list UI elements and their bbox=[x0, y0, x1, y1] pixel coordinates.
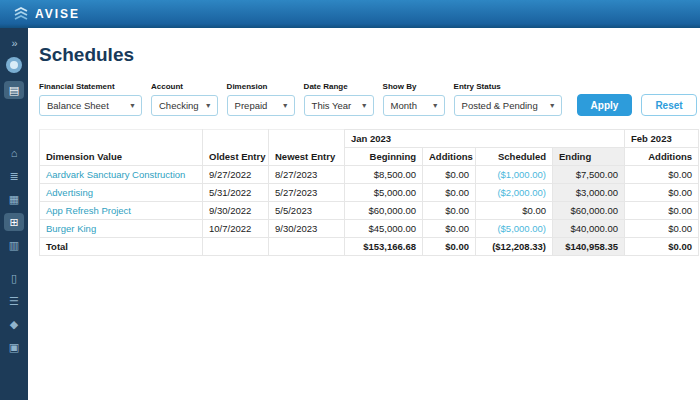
table-row: App Refresh Project 9/30/2022 5/5/2023 $… bbox=[40, 202, 699, 220]
filter-entry-status: Entry Status Posted & Pending ▼ bbox=[454, 82, 562, 116]
sidebar-item-phone[interactable]: ▯ bbox=[4, 269, 24, 287]
beginning-cell: $8,500.00 bbox=[345, 166, 423, 184]
receipt-icon: ☰ bbox=[9, 296, 19, 307]
total-row: Total $153,166.68 $0.00 ($12,208.33) $14… bbox=[40, 238, 699, 256]
sidebar-item-briefcase[interactable]: ▣ bbox=[4, 338, 24, 356]
sidebar-item-schedules[interactable]: ⊞ bbox=[4, 213, 24, 231]
brand-logo[interactable]: AVISE bbox=[13, 7, 80, 21]
dimension-link[interactable]: Burger King bbox=[40, 220, 203, 238]
filter-label: Account bbox=[151, 82, 218, 91]
reset-button[interactable]: Reset bbox=[641, 94, 696, 116]
filter-financial-statement: Financial Statement Balance Sheet ▼ bbox=[39, 82, 142, 116]
financial-statement-select[interactable]: Balance Sheet ▼ bbox=[39, 95, 142, 116]
filter-dimension: Dimension Prepaid ▼ bbox=[227, 82, 295, 116]
reports-icon: ▥ bbox=[9, 240, 19, 251]
selected-value: Checking bbox=[159, 100, 199, 111]
chevron-down-icon: ▼ bbox=[205, 102, 212, 109]
selected-value: Prepaid bbox=[235, 100, 268, 111]
show-by-select[interactable]: Month ▼ bbox=[383, 95, 445, 116]
feb-additions-cell: $0.00 bbox=[625, 166, 699, 184]
apply-button[interactable]: Apply bbox=[577, 94, 633, 116]
sidebar-expand-icon[interactable]: » bbox=[4, 34, 24, 52]
newest-entry-cell: 5/5/2023 bbox=[269, 202, 345, 220]
entry-status-select[interactable]: Posted & Pending ▼ bbox=[454, 95, 562, 116]
sidebar-item-documents[interactable]: ▤ bbox=[4, 81, 24, 99]
newest-entry-cell: 9/30/2023 bbox=[269, 220, 345, 238]
total-beginning-cell: $153,166.68 bbox=[345, 238, 423, 256]
schedules-table-wrap: Dimension Value Oldest Entry Newest Entr… bbox=[39, 129, 700, 256]
lock-icon: ◆ bbox=[10, 319, 18, 330]
oldest-entry-cell: 9/27/2022 bbox=[203, 166, 269, 184]
dimension-link[interactable]: App Refresh Project bbox=[40, 202, 203, 220]
filter-date-range: Date Range This Year ▼ bbox=[304, 82, 374, 116]
beginning-cell: $60,000.00 bbox=[345, 202, 423, 220]
filter-label: Show By bbox=[383, 82, 445, 91]
ending-cell: $3,000.00 bbox=[553, 184, 625, 202]
ledger-icon: ≣ bbox=[9, 171, 18, 182]
selected-value: This Year bbox=[312, 100, 352, 111]
scheduled-cell: ($5,000.00) bbox=[476, 220, 553, 238]
feb-additions-cell: $0.00 bbox=[625, 220, 699, 238]
sidebar-item-lock[interactable]: ◆ bbox=[4, 315, 24, 333]
filter-label: Financial Statement bbox=[39, 82, 142, 91]
additions-cell: $0.00 bbox=[423, 202, 476, 220]
sidebar-item-card[interactable]: ▦ bbox=[4, 190, 24, 208]
filter-label: Dimension bbox=[227, 82, 295, 91]
col-header-oldest-entry: Oldest Entry bbox=[203, 130, 269, 166]
total-feb-additions-cell: $0.00 bbox=[625, 238, 699, 256]
col-header-additions: Additions bbox=[423, 148, 476, 166]
selected-value: Month bbox=[391, 100, 417, 111]
briefcase-icon: ▣ bbox=[9, 342, 19, 353]
beginning-cell: $45,000.00 bbox=[345, 220, 423, 238]
newest-entry-cell: 5/27/2023 bbox=[269, 184, 345, 202]
feb-additions-cell: $0.00 bbox=[625, 184, 699, 202]
chevron-down-icon: ▼ bbox=[549, 102, 556, 109]
col-header-newest-entry: Newest Entry bbox=[269, 130, 345, 166]
dimension-link[interactable]: Aardvark Sanctuary Construction bbox=[40, 166, 203, 184]
ending-cell: $60,000.00 bbox=[553, 202, 625, 220]
filter-account: Account Checking ▼ bbox=[151, 82, 218, 116]
schedules-icon: ⊞ bbox=[9, 217, 18, 228]
date-range-select[interactable]: This Year ▼ bbox=[304, 95, 374, 116]
scheduled-cell: ($2,000.00) bbox=[476, 184, 553, 202]
total-label: Total bbox=[40, 238, 203, 256]
filter-label: Date Range bbox=[304, 82, 374, 91]
total-scheduled-cell: ($12,208.33) bbox=[476, 238, 553, 256]
chevron-down-icon: ▼ bbox=[282, 102, 289, 109]
total-oldest-cell bbox=[203, 238, 269, 256]
col-header-scheduled: Scheduled bbox=[476, 148, 553, 166]
filter-label: Entry Status bbox=[454, 82, 562, 91]
phone-icon: ▯ bbox=[11, 273, 17, 284]
filter-show-by: Show By Month ▼ bbox=[383, 82, 445, 116]
additions-cell: $0.00 bbox=[423, 220, 476, 238]
oldest-entry-cell: 10/7/2022 bbox=[203, 220, 269, 238]
main-content: Schedules Financial Statement Balance Sh… bbox=[28, 28, 700, 400]
account-select[interactable]: Checking ▼ bbox=[151, 95, 218, 116]
sidebar-item-reports[interactable]: ▥ bbox=[4, 236, 24, 254]
selected-value: Balance Sheet bbox=[47, 100, 109, 111]
sidebar-item-ledger[interactable]: ≣ bbox=[4, 167, 24, 185]
total-ending-cell: $140,958.35 bbox=[553, 238, 625, 256]
total-additions-cell: $0.00 bbox=[423, 238, 476, 256]
brand-name: AVISE bbox=[35, 7, 80, 21]
sidebar-item-bank[interactable]: ⌂ bbox=[4, 144, 24, 162]
table-row: Burger King 10/7/2022 9/30/2023 $45,000.… bbox=[40, 220, 699, 238]
ending-cell: $40,000.00 bbox=[553, 220, 625, 238]
col-header-dimension-value: Dimension Value bbox=[40, 130, 203, 166]
avise-logo-icon bbox=[13, 7, 29, 21]
scheduled-cell: ($1,000.00) bbox=[476, 166, 553, 184]
user-avatar[interactable] bbox=[6, 57, 22, 73]
additions-cell: $0.00 bbox=[423, 184, 476, 202]
card-icon: ▦ bbox=[9, 194, 19, 205]
month-header-row: Dimension Value Oldest Entry Newest Entr… bbox=[40, 130, 699, 148]
beginning-cell: $5,000.00 bbox=[345, 184, 423, 202]
filter-bar: Financial Statement Balance Sheet ▼ Acco… bbox=[39, 82, 700, 116]
dimension-link[interactable]: Advertising bbox=[40, 184, 203, 202]
oldest-entry-cell: 9/30/2022 bbox=[203, 202, 269, 220]
sidebar-item-receipt[interactable]: ☰ bbox=[4, 292, 24, 310]
dimension-select[interactable]: Prepaid ▼ bbox=[227, 95, 295, 116]
col-header-feb-additions: Additions bbox=[625, 148, 699, 166]
month-group-feb-2023: Feb 2023 bbox=[625, 130, 699, 148]
page-title: Schedules bbox=[39, 44, 700, 66]
chevron-down-icon: ▼ bbox=[129, 102, 136, 109]
